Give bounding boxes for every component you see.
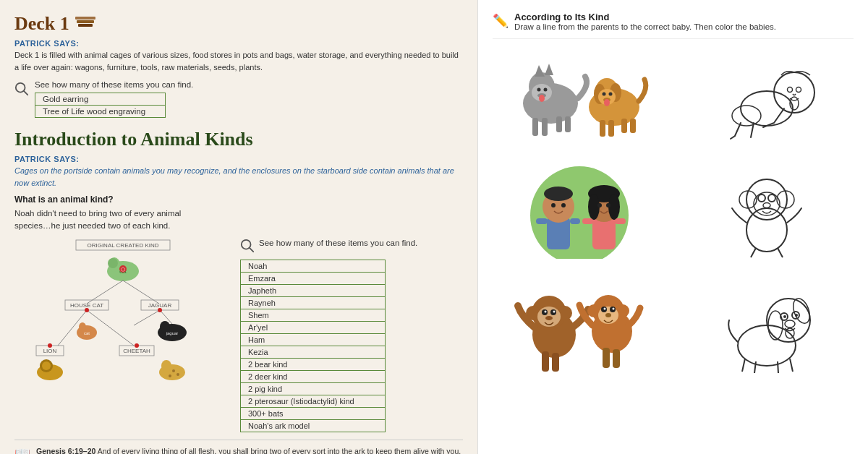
svg-point-125	[758, 194, 765, 202]
table-row: 2 pig kind	[241, 382, 386, 395]
svg-point-114	[741, 91, 793, 126]
patrick-says-2-text: Cages on the portside contain animals yo…	[14, 165, 463, 189]
activity-header: ✏️ According to Its Kind Draw a line fro…	[493, 12, 854, 39]
activity-title: According to Its Kind	[514, 12, 776, 22]
svg-line-140	[742, 359, 745, 372]
list-item: Ar'yel	[241, 321, 386, 333]
main-section-title: Introduction to Animal Kinds	[14, 128, 463, 150]
table-row: Emzara	[241, 272, 386, 284]
list-item: 2 deer kind	[241, 370, 386, 382]
search-icon	[14, 82, 29, 99]
svg-line-20	[134, 310, 160, 325]
svg-point-30	[158, 308, 162, 312]
search-section-1: See how many of these items you can find…	[14, 80, 463, 118]
svg-point-44	[135, 343, 139, 348]
table-row: 2 pterosaur (Istiodactylid) kind	[241, 395, 386, 407]
table-row: Noah's ark model	[241, 419, 386, 432]
deck-title-row: Deck 1	[14, 13, 463, 35]
list-item: 2 bear kind	[241, 358, 386, 370]
svg-point-66	[608, 93, 612, 96]
svg-text:⬡: ⬡	[121, 267, 125, 272]
list-item: Rayneh	[241, 296, 386, 309]
search-2-prompt: See how many of these items you can find…	[259, 239, 417, 247]
list-item: 2 pig kind	[241, 382, 386, 395]
svg-point-42	[169, 374, 171, 377]
book-icon: 📖	[14, 446, 30, 454]
svg-point-86	[597, 203, 602, 207]
svg-text:jaguar: jaguar	[166, 331, 179, 335]
svg-marker-49	[535, 65, 545, 77]
svg-line-141	[754, 361, 756, 373]
svg-rect-113	[613, 349, 620, 368]
svg-point-99	[545, 316, 553, 320]
svg-point-127	[763, 203, 770, 208]
svg-rect-89	[615, 218, 626, 224]
monkey-pair	[507, 273, 652, 377]
animals-grid	[493, 49, 854, 377]
svg-point-117	[788, 87, 793, 93]
svg-rect-58	[556, 116, 562, 132]
svg-text:cat: cat	[84, 331, 90, 335]
table-row: Tree of Life wood engraving	[35, 106, 166, 118]
patrick-says-1: PATRICK SAYS: Deck 1 is filled with anim…	[14, 39, 463, 73]
svg-rect-70	[608, 120, 614, 137]
svg-line-142	[778, 361, 778, 373]
svg-line-129	[778, 248, 783, 257]
what-is-title: What is an animal kind?	[14, 194, 463, 205]
svg-line-143	[790, 359, 793, 372]
svg-point-137	[795, 314, 798, 317]
svg-text:ORIGINAL CREATED KIND: ORIGINAL CREATED KIND	[87, 242, 158, 249]
middle-content: ORIGINAL CREATED KIND cat ⬡ JAGUAR	[14, 239, 463, 432]
table-row: Ham	[241, 333, 386, 346]
svg-rect-71	[621, 119, 627, 133]
genesis-body: And of every living thing of all flesh, …	[36, 447, 461, 454]
svg-point-52	[537, 88, 540, 92]
baby-dog-lineart	[709, 273, 825, 377]
svg-point-68	[604, 99, 610, 106]
svg-point-53	[543, 88, 547, 92]
svg-point-119	[732, 106, 761, 126]
genesis-reference: Genesis 6:19–20	[36, 447, 95, 454]
svg-rect-59	[565, 116, 571, 132]
svg-point-65	[602, 93, 605, 96]
svg-point-43	[48, 343, 52, 348]
svg-point-9	[108, 258, 118, 268]
list-item: Ham	[241, 333, 386, 346]
table-row: Gold earring	[35, 93, 166, 106]
svg-rect-72	[630, 119, 636, 133]
table-row: 300+ bats	[241, 407, 386, 419]
list-item: 2 pterosaur (Istiodactylid) kind	[241, 395, 386, 407]
search-item-gold-earring: Gold earring	[35, 93, 166, 106]
svg-point-78	[561, 203, 566, 207]
table-row: 2 deer kind	[241, 370, 386, 382]
svg-rect-101	[552, 353, 559, 372]
baby-human-crawl	[709, 49, 825, 146]
svg-point-40	[172, 369, 175, 372]
what-is-text: Noah didn't need to bring two of every a…	[14, 207, 217, 233]
deck-icon	[75, 14, 95, 34]
svg-text:LION: LION	[43, 348, 57, 354]
svg-point-55	[539, 95, 545, 102]
patrick-says-1-text: Deck 1 is filled with animal cages of va…	[14, 49, 463, 73]
parents-column	[493, 49, 666, 377]
svg-rect-57	[542, 118, 548, 136]
svg-point-138	[785, 320, 795, 327]
list-item: Kezia	[241, 346, 386, 358]
svg-rect-100	[542, 351, 549, 372]
svg-point-136	[783, 315, 786, 318]
list-item: Noah's ark model	[241, 419, 386, 432]
genesis-text: Genesis 6:19–20 And of every living thin…	[36, 446, 463, 454]
genesis-box: 📖 Genesis 6:19–20 And of every living th…	[14, 440, 463, 454]
patrick-says-2-label: PATRICK SAYS:	[14, 155, 463, 163]
svg-marker-50	[545, 64, 553, 75]
search-section-2: See how many of these items you can find…	[240, 239, 463, 432]
table-row: Ar'yel	[241, 321, 386, 333]
table-row: Rayneh	[241, 296, 386, 309]
svg-text:CHEETAH: CHEETAH	[123, 348, 150, 354]
svg-point-35	[42, 361, 51, 370]
search-icon-2	[240, 239, 255, 256]
svg-point-97	[544, 311, 546, 313]
svg-point-85	[608, 194, 620, 220]
svg-point-87	[606, 203, 610, 207]
svg-point-25	[79, 322, 86, 331]
